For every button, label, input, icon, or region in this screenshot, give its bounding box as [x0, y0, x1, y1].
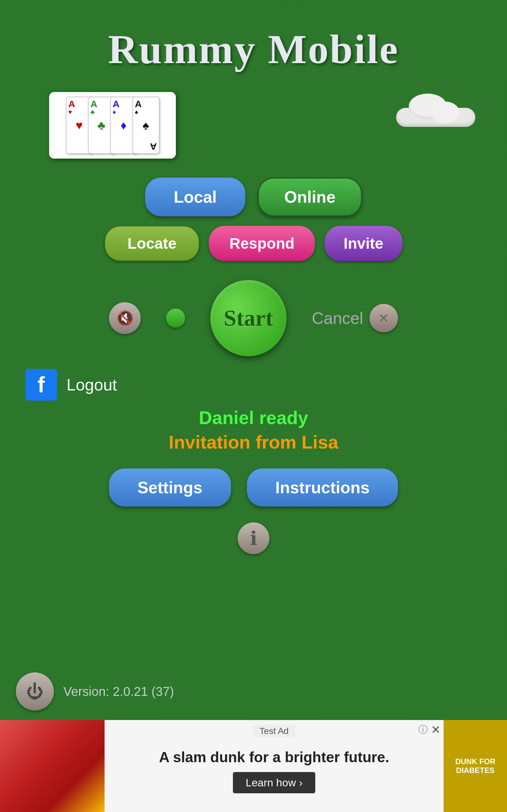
- respond-button[interactable]: Respond: [209, 226, 315, 261]
- ad-image: [0, 720, 105, 812]
- invitation-status: Invitation from Lisa: [169, 432, 338, 453]
- controls-row: 🔇 Start Cancel ✕: [109, 280, 398, 356]
- ad-banner: Test Ad ⓘ ✕ A slam dunk for a brighter f…: [0, 720, 507, 812]
- cancel-label: Cancel: [312, 309, 363, 328]
- invite-button[interactable]: Invite: [325, 226, 402, 261]
- fb-logout-row: f Logout: [25, 369, 469, 401]
- local-button[interactable]: Local: [145, 177, 245, 216]
- player-ready-status: Daniel ready: [199, 407, 308, 428]
- ad-test-label: Test Ad: [253, 725, 295, 738]
- mute-button[interactable]: 🔇: [109, 302, 141, 334]
- card-4: A ♠ ♠ A: [132, 97, 159, 154]
- online-button[interactable]: Online: [258, 177, 362, 216]
- ad-main-text: A slam dunk for a brighter future.: [159, 749, 389, 766]
- power-button[interactable]: ⏻: [16, 672, 54, 711]
- start-button[interactable]: Start: [210, 280, 286, 356]
- cancel-button[interactable]: ✕: [370, 304, 398, 333]
- info-icon: ℹ: [250, 527, 257, 549]
- close-icon: ✕: [378, 311, 389, 325]
- settings-instructions-row: Settings Instructions: [109, 468, 398, 507]
- power-icon: ⏻: [26, 681, 43, 701]
- ad-learn-more-button[interactable]: Learn how ›: [233, 772, 315, 793]
- ad-close-icon[interactable]: ✕: [431, 723, 441, 737]
- power-area: ⏻ Version: 2.0.21 (37): [16, 672, 174, 711]
- app-title: Rummy Mobile: [0, 0, 507, 73]
- facebook-icon[interactable]: f: [25, 369, 57, 401]
- mute-icon: 🔇: [116, 310, 134, 326]
- player-ready-dot[interactable]: [166, 309, 185, 328]
- ad-logo: DUNK FOR DIABETES: [444, 720, 507, 812]
- settings-button[interactable]: Settings: [109, 468, 231, 507]
- locate-button[interactable]: Locate: [105, 226, 199, 261]
- ad-info-icon[interactable]: ⓘ: [418, 723, 428, 736]
- ad-logo-text: DUNK FOR DIABETES: [455, 757, 496, 775]
- game-mode-row: Local Online: [145, 177, 362, 216]
- instructions-button[interactable]: Instructions: [247, 468, 398, 507]
- ad-content-area: Test Ad ⓘ ✕ A slam dunk for a brighter f…: [105, 720, 444, 812]
- cancel-group: Cancel ✕: [312, 304, 398, 333]
- version-text: Version: 2.0.21 (37): [63, 684, 174, 699]
- sub-mode-row: Locate Respond Invite: [105, 226, 402, 261]
- info-button[interactable]: ℹ: [238, 522, 269, 554]
- logout-button[interactable]: Logout: [66, 375, 117, 394]
